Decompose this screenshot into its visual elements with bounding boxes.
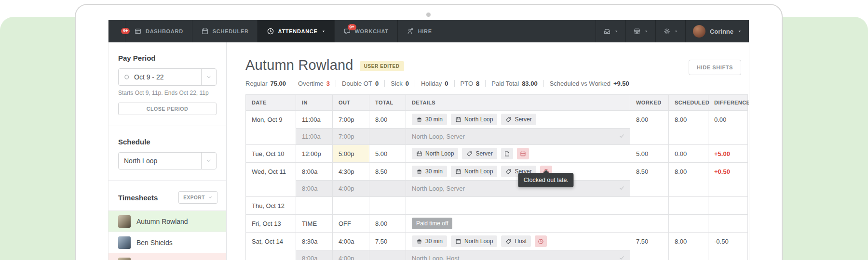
shift-chip-north-loop[interactable]: North Loop (451, 235, 497, 247)
shift-chip-calendar[interactable] (517, 148, 529, 159)
shift-chip-north-loop[interactable]: North Loop (412, 148, 458, 159)
cell-scheduled: 8.00 (669, 233, 708, 260)
cell-clock-out[interactable]: OFF (333, 215, 369, 233)
cell-total[interactable]: 8.00 (369, 215, 406, 233)
cell-total[interactable]: 8.50 (369, 163, 406, 181)
cell-total[interactable]: 5.00 (369, 145, 406, 163)
cell-clock-in[interactable]: 11:00a (296, 111, 333, 129)
nav-item-attendance[interactable]: ATTENDANCE (258, 20, 334, 42)
nav-item-hire[interactable]: HIRE (397, 20, 441, 42)
shift-chip-note[interactable] (501, 148, 513, 159)
shift-details: North Loop, Host (406, 250, 630, 260)
shift-chip-clock[interactable] (535, 235, 547, 247)
timesheet-row-wed-oct-11: Wed, Oct 118:00a4:30p8.5030 minNorth Loo… (246, 163, 748, 181)
nav-item-workchat[interactable]: 9+WORKCHAT (334, 20, 397, 42)
cell-total[interactable] (369, 197, 406, 215)
chip-label: North Loop (425, 150, 454, 157)
stat-regular: Regular75.00 (245, 80, 292, 87)
stat-value: 0 (445, 80, 448, 87)
user-menu[interactable]: Corinne (685, 20, 749, 42)
timesheet-people-list: Autumn RowlandBen ShieldsBetty Rathman (108, 210, 226, 260)
shift-chip-30-min[interactable]: 30 min (412, 114, 447, 125)
check-icon (619, 133, 625, 139)
store-icon (633, 27, 641, 35)
calendar-icon (455, 169, 461, 175)
cell-clock-in[interactable]: 12:00p (296, 145, 333, 163)
timesheet-person-betty-rathman[interactable]: Betty Rathman (108, 253, 226, 260)
cell-details: Paid time off (406, 215, 630, 233)
column-header-scheduled: SCHEDULED (669, 95, 708, 111)
timesheet-row-tue-oct-10: Tue, Oct 1012:00p5:00p5.00North LoopServ… (246, 145, 748, 163)
cell-clock-out[interactable]: 7:00p (333, 111, 369, 129)
cell-details: 30 minNorth LoopServer (406, 111, 630, 129)
timesheet-person-autumn-rowland[interactable]: Autumn Rowland (108, 210, 226, 232)
nav-item-dashboard[interactable]: DASHBOARD (125, 20, 192, 42)
shift-chip-north-loop[interactable]: North Loop (451, 114, 497, 125)
break-icon (416, 169, 422, 175)
notifications-button[interactable]: 9+ (108, 20, 125, 42)
cell-clock-out[interactable]: 5:00p (333, 145, 369, 163)
shift-chip-server[interactable]: Server (462, 148, 497, 159)
clock-icon (267, 27, 274, 35)
chevron-down-icon (208, 195, 213, 200)
cell-clock-in[interactable] (296, 197, 333, 215)
shift-chip-paid-time-off[interactable]: Paid time off (412, 218, 452, 229)
close-period-button[interactable]: CLOSE PERIOD (118, 103, 217, 115)
cell-clock-in[interactable]: 8:30a (296, 233, 333, 250)
cell-worked (630, 197, 669, 215)
chip-label: 30 min (425, 238, 443, 245)
user-name: Corinne (710, 28, 733, 35)
main-content: Autumn Rowland USER EDITED HIDE SHIFTS R… (227, 42, 749, 260)
cell-date: Mon, Oct 9 (246, 111, 296, 145)
cell-worked: 7.50 (630, 233, 669, 260)
shift-chip-30-min[interactable]: 30 min (412, 166, 447, 177)
dashboard-icon (134, 27, 142, 35)
hide-shifts-button[interactable]: HIDE SHIFTS (689, 60, 741, 75)
shift-chip-server[interactable]: Server (501, 114, 536, 125)
cell-worked: 5.00 (630, 145, 669, 163)
nav-item-scheduler[interactable]: SCHEDULER (192, 20, 258, 42)
shift-chip-host[interactable]: Host (501, 235, 531, 247)
cell-date: Sat, Oct 14 (246, 233, 296, 260)
tag-icon (466, 151, 473, 157)
calendar-icon (455, 117, 461, 123)
pay-period-select[interactable]: Oct 9 - 22 (118, 68, 217, 86)
shift-chip-30-min[interactable]: 30 min (412, 235, 447, 247)
export-button[interactable]: EXPORT (178, 191, 217, 204)
pay-period-value: Oct 9 - 22 (134, 73, 163, 81)
caret-down-icon (614, 29, 618, 33)
schedule-select[interactable]: North Loop (118, 152, 217, 169)
cell-scheduled: 8.00 (669, 111, 708, 145)
stat-value: 8 (476, 80, 479, 87)
cell-total[interactable]: 8.00 (369, 111, 406, 129)
cell-clock-in[interactable]: 8:00a (296, 163, 333, 181)
inbox-menu[interactable] (596, 20, 625, 42)
cell-scheduled: 8.00 (669, 163, 708, 197)
tag-icon (505, 169, 512, 175)
stat-pto: PTO8 (454, 80, 486, 87)
avatar (118, 258, 131, 260)
hire-icon (407, 27, 414, 35)
chip-label: 30 min (425, 116, 443, 123)
shift-chip-north-loop[interactable]: North Loop (451, 166, 497, 177)
shift-in: 8:00a (296, 181, 333, 197)
settings-menu[interactable] (655, 20, 685, 42)
cell-total[interactable]: 7.50 (369, 233, 406, 250)
shift-out: 4:00p (333, 250, 369, 260)
cell-clock-out[interactable]: 4:30p (333, 163, 369, 181)
pay-period-section: Pay Period Oct 9 - 22 Starts Oct 9, 11p.… (108, 42, 226, 126)
note-icon (504, 151, 510, 157)
cell-clock-out[interactable]: 4:00a (333, 233, 369, 250)
cell-difference: 0.00 (708, 111, 748, 145)
cell-difference: -0.50 (708, 233, 748, 260)
chip-group: Paid time off (412, 218, 630, 229)
store-menu[interactable] (625, 20, 655, 42)
person-name: Ben Shields (136, 239, 173, 247)
user-edited-badge: USER EDITED (360, 61, 404, 71)
cell-clock-out[interactable] (333, 197, 369, 215)
chip-group: North LoopServer (412, 148, 630, 159)
timesheet-person-ben-shields[interactable]: Ben Shields (108, 232, 226, 253)
stat-value: +9.50 (613, 80, 629, 87)
stat-label: Double OT (342, 80, 372, 87)
cell-clock-in[interactable]: TIME (296, 215, 333, 233)
